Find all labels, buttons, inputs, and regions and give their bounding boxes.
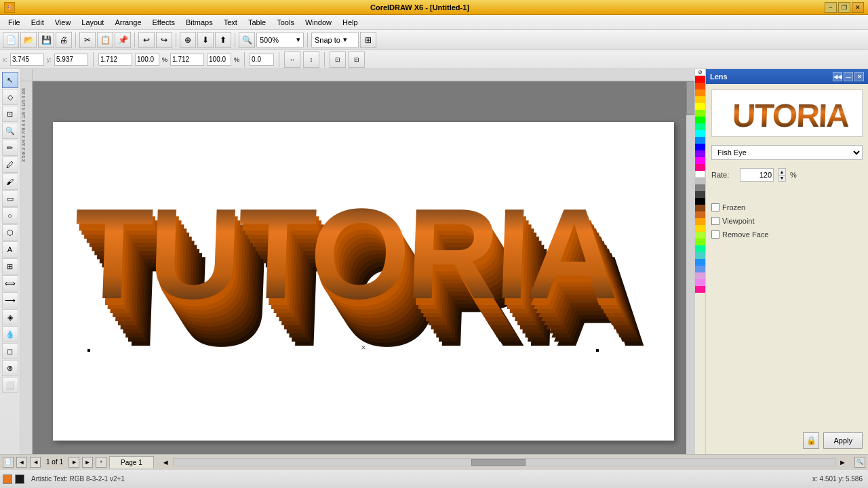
color-green-yellow[interactable]: [695, 232, 705, 239]
align-btn[interactable]: ⊡: [330, 52, 346, 68]
rate-spinner[interactable]: ▲ ▼: [778, 168, 786, 182]
undo-button[interactable]: ↩: [138, 32, 155, 48]
hscroll-thumb[interactable]: [471, 459, 526, 466]
add-page-btn[interactable]: 📄: [3, 457, 14, 468]
next-page-btn[interactable]: ▶: [68, 457, 79, 468]
color-cornflower[interactable]: [695, 266, 705, 272]
mirror-v-btn[interactable]: ↕: [303, 52, 319, 68]
angle-input[interactable]: [250, 54, 274, 66]
restore-button[interactable]: ❐: [838, 2, 850, 13]
lens-pin-btn[interactable]: ◀◀: [833, 72, 842, 81]
coord-x-input[interactable]: [10, 54, 44, 66]
eyedropper-tool[interactable]: 💧: [2, 326, 18, 342]
menu-item-window[interactable]: Window: [300, 17, 337, 28]
color-bright-yellow[interactable]: [695, 103, 705, 110]
polygon-tool[interactable]: ⬡: [2, 224, 18, 241]
lens-minimize-btn[interactable]: —: [844, 72, 853, 81]
color-yellow[interactable]: [695, 96, 705, 103]
zoom-fit-btn[interactable]: 🔍: [854, 457, 865, 468]
color-spring-green[interactable]: [695, 123, 705, 130]
color-white[interactable]: [695, 171, 705, 178]
color-orange[interactable]: [695, 89, 705, 96]
menu-item-arrange[interactable]: Arrange: [109, 17, 146, 28]
coord-y-input[interactable]: [54, 54, 88, 66]
menu-item-help[interactable]: Help: [337, 17, 363, 28]
export-btn[interactable]: ⬆: [215, 32, 231, 48]
apply-button[interactable]: Apply: [823, 432, 863, 449]
scale-h-input[interactable]: [207, 54, 231, 66]
color-dark-gray[interactable]: [695, 191, 705, 198]
height-input[interactable]: [170, 54, 204, 66]
color-orange-red[interactable]: [695, 83, 705, 89]
page-tab-1[interactable]: Page 1: [109, 456, 154, 468]
menu-item-tools[interactable]: Tools: [271, 17, 300, 28]
open-button[interactable]: 📂: [20, 32, 37, 48]
cut-button[interactable]: ✂: [79, 32, 96, 48]
vscroll-thumb[interactable]: [686, 81, 694, 115]
menu-item-layout[interactable]: Layout: [76, 17, 109, 28]
lens-close-btn[interactable]: ✕: [854, 72, 864, 81]
color-azure[interactable]: [695, 137, 705, 144]
color-magenta[interactable]: [695, 157, 705, 164]
text-tool[interactable]: A: [2, 241, 18, 258]
node-tool[interactable]: ◇: [2, 89, 18, 105]
color-gold[interactable]: [695, 225, 705, 232]
outline-tool[interactable]: ◻: [2, 343, 18, 359]
color-rose[interactable]: [695, 164, 705, 171]
next-page-last-btn[interactable]: ►: [82, 457, 93, 468]
color-green[interactable]: [695, 117, 705, 123]
hscroll-track[interactable]: [173, 458, 835, 466]
no-color-swatch[interactable]: ⊘: [695, 69, 705, 76]
rect-tool[interactable]: ▭: [2, 190, 18, 207]
prev-page-btn2[interactable]: ◀: [30, 457, 41, 468]
rate-input[interactable]: [740, 168, 774, 182]
menu-item-file[interactable]: File: [3, 17, 26, 28]
dimension-tool[interactable]: ⟺: [2, 275, 18, 291]
color-chocolate[interactable]: [695, 211, 705, 218]
hscroll-left-btn[interactable]: ◄: [162, 458, 170, 466]
eraser-tool[interactable]: ⬜: [2, 377, 18, 393]
redo-button[interactable]: ↪: [156, 32, 172, 48]
import-btn[interactable]: ⬇: [197, 32, 214, 48]
zoom-in-btn[interactable]: 🔍: [239, 32, 255, 48]
color-medium-spring[interactable]: [695, 245, 705, 252]
select-tool[interactable]: ↖: [2, 72, 18, 88]
distribute-btn[interactable]: ⊟: [349, 52, 365, 68]
minimize-button[interactable]: −: [825, 2, 837, 13]
color-cyan[interactable]: [695, 130, 705, 137]
bezier-tool[interactable]: 🖊: [2, 157, 18, 173]
hscroll-right-btn[interactable]: ►: [839, 458, 846, 466]
ellipse-tool[interactable]: ○: [2, 207, 18, 224]
color-black[interactable]: [695, 198, 705, 205]
table-tool[interactable]: ⊞: [2, 258, 18, 274]
connector-tool[interactable]: ⟶: [2, 292, 18, 308]
remove-face-checkbox[interactable]: [711, 230, 719, 239]
canvas-viewport[interactable]: TUTORIA TUTORIA TUTORIA TUTORIA TUTORIA …: [33, 81, 694, 454]
menu-item-view[interactable]: View: [50, 17, 77, 28]
color-silver[interactable]: [695, 178, 705, 184]
rate-down[interactable]: ▼: [778, 176, 785, 182]
mirror-h-btn[interactable]: ↔: [284, 52, 300, 68]
color-plum[interactable]: [695, 272, 705, 279]
add-page-after-btn[interactable]: +: [96, 457, 106, 468]
snap-btn[interactable]: ⊞: [360, 32, 376, 48]
save-button[interactable]: 💾: [38, 32, 54, 48]
freehand-tool[interactable]: ✏: [2, 140, 18, 156]
artmedia-tool[interactable]: 🖌: [2, 174, 18, 190]
width-input[interactable]: [98, 54, 132, 66]
copy-button[interactable]: 📋: [97, 32, 113, 48]
color-brown[interactable]: [695, 205, 705, 211]
color-dodger-blue[interactable]: [695, 259, 705, 266]
color-violet-light[interactable]: [695, 279, 705, 286]
frozen-checkbox[interactable]: [711, 203, 719, 211]
close-button[interactable]: ✕: [852, 2, 864, 13]
zoom-level-dropdown[interactable]: 500% ▾: [256, 33, 304, 47]
scale-w-input[interactable]: [135, 54, 159, 66]
print-button[interactable]: 🖨: [56, 32, 72, 48]
lens-lock-button[interactable]: 🔒: [803, 432, 819, 449]
rate-up[interactable]: ▲: [778, 169, 785, 176]
new-button[interactable]: 📄: [3, 32, 19, 48]
fill-tool[interactable]: ◈: [2, 309, 18, 325]
lens-type-select[interactable]: No Lens EffectBrightenColor AddColor Lim…: [711, 145, 863, 160]
color-blue[interactable]: [695, 144, 705, 150]
